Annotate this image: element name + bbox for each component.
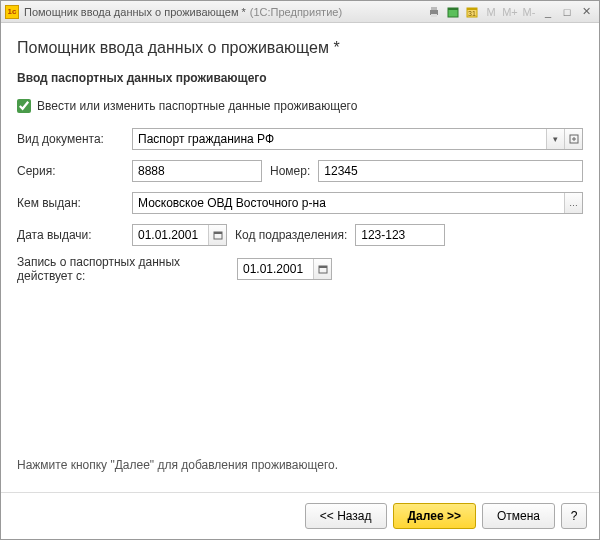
issued-by-label: Кем выдан:	[17, 196, 132, 210]
window-title: Помощник ввода данных о проживающем *	[24, 6, 246, 18]
svg-rect-4	[448, 8, 458, 10]
help-button[interactable]: ?	[561, 503, 587, 529]
cancel-button[interactable]: Отмена	[482, 503, 555, 529]
edit-passport-checkbox[interactable]	[17, 99, 31, 113]
svg-rect-12	[319, 266, 327, 268]
dept-code-label: Код подразделения:	[235, 228, 347, 242]
doc-type-input[interactable]	[133, 129, 546, 149]
maximize-icon[interactable]: □	[558, 4, 576, 20]
dept-code-field-wrap	[355, 224, 445, 246]
m-plus-button[interactable]: M+	[501, 4, 519, 20]
calendar-yellow-icon[interactable]: 31	[463, 4, 481, 20]
hint-text: Нажмите кнопку "Далее" для добавления пр…	[17, 448, 583, 484]
issue-date-calendar-icon[interactable]	[208, 225, 226, 245]
valid-from-field-wrap	[237, 258, 332, 280]
number-label: Номер:	[270, 164, 310, 178]
close-icon[interactable]: ✕	[577, 4, 595, 20]
doc-type-dropdown-icon[interactable]: ▾	[546, 129, 564, 149]
issue-date-label: Дата выдачи:	[17, 228, 132, 242]
window-app-name: (1С:Предприятие)	[250, 6, 342, 18]
edit-passport-checkbox-label: Ввести или изменить паспортные данные пр…	[37, 99, 357, 113]
m-button[interactable]: M	[482, 4, 500, 20]
issued-by-ellipsis-icon[interactable]: …	[564, 193, 582, 213]
doc-type-field-wrap: ▾	[132, 128, 583, 150]
svg-rect-2	[431, 14, 437, 17]
issue-date-field-wrap	[132, 224, 227, 246]
dept-code-input[interactable]	[356, 225, 444, 245]
series-field-wrap	[132, 160, 262, 182]
calendar-green-icon[interactable]	[444, 4, 462, 20]
svg-text:31: 31	[468, 10, 476, 17]
valid-from-label: Запись о паспортных данных действует с:	[17, 255, 237, 283]
app-icon: 1c	[5, 5, 19, 19]
valid-from-input[interactable]	[238, 259, 313, 279]
svg-rect-1	[431, 7, 437, 10]
edit-passport-checkbox-row: Ввести или изменить паспортные данные пр…	[17, 99, 583, 113]
page-title: Помощник ввода данных о проживающем *	[17, 39, 583, 57]
back-button[interactable]: << Назад	[305, 503, 387, 529]
doc-type-label: Вид документа:	[17, 132, 132, 146]
issued-by-input[interactable]	[133, 193, 564, 213]
issue-date-input[interactable]	[133, 225, 208, 245]
valid-from-calendar-icon[interactable]	[313, 259, 331, 279]
series-input[interactable]	[133, 161, 261, 181]
next-button[interactable]: Далее >>	[393, 503, 476, 529]
number-field-wrap	[318, 160, 583, 182]
issued-by-field-wrap: …	[132, 192, 583, 214]
doc-type-open-icon[interactable]	[564, 129, 582, 149]
titlebar: 1c Помощник ввода данных о проживающем *…	[1, 1, 599, 23]
number-input[interactable]	[319, 161, 582, 181]
m-minus-button[interactable]: M-	[520, 4, 538, 20]
footer: << Назад Далее >> Отмена ?	[1, 492, 599, 539]
series-label: Серия:	[17, 164, 132, 178]
svg-rect-10	[214, 232, 222, 234]
print-icon[interactable]	[425, 4, 443, 20]
minimize-icon[interactable]: _	[539, 4, 557, 20]
content-area: Помощник ввода данных о проживающем * Вв…	[1, 23, 599, 492]
section-title: Ввод паспортных данных проживающего	[17, 71, 583, 85]
